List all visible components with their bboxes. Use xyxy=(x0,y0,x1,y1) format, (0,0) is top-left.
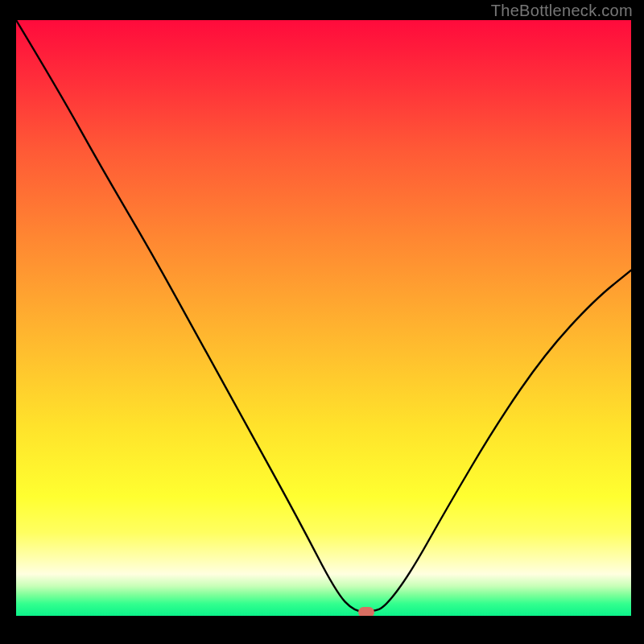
curve-path xyxy=(16,20,631,612)
bottleneck-curve xyxy=(16,20,631,616)
plot-area xyxy=(16,20,631,616)
minimum-marker xyxy=(358,607,374,616)
chart-frame: TheBottleneck.com xyxy=(0,0,644,644)
watermark-text: TheBottleneck.com xyxy=(491,2,633,20)
